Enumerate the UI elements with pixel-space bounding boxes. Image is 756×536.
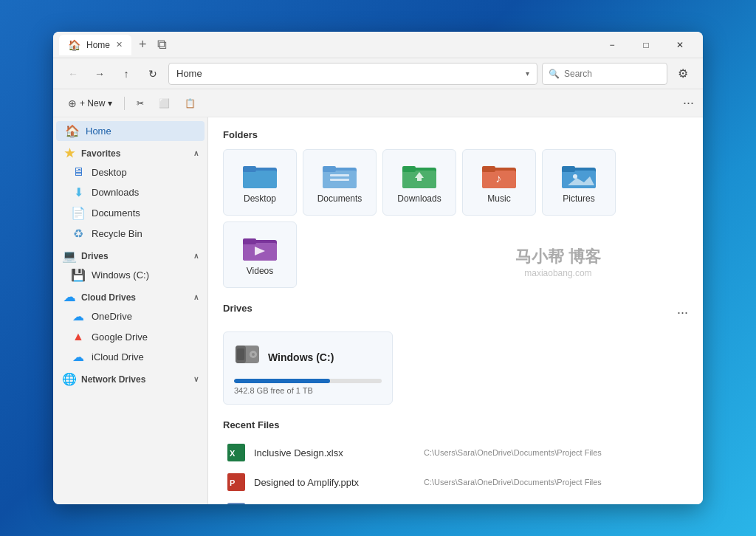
address-dropdown-icon[interactable]: ▾ — [526, 69, 529, 78]
folder-card-desktop[interactable]: Desktop — [223, 149, 297, 216]
folder-card-videos[interactable]: Videos — [223, 221, 297, 288]
settings-button[interactable]: ⚙ — [672, 63, 694, 85]
svg-rect-35 — [227, 503, 245, 504]
svg-rect-15 — [482, 166, 495, 172]
svg-rect-10 — [402, 166, 416, 172]
paste-icon: 📋 — [185, 98, 196, 109]
svg-text:X: X — [230, 449, 236, 458]
sidebar-section-network[interactable]: 🌐 Network Drives ∨ — [53, 368, 207, 388]
sidebar-item-desktop[interactable]: 🖥 Desktop — [56, 162, 205, 182]
new-icon: ⊕ — [68, 97, 77, 109]
more-options-button[interactable]: ··· — [683, 95, 694, 111]
drive-name: Windows (C:) — [268, 351, 334, 363]
desktop-icon: 🖥 — [71, 165, 86, 179]
cut-button[interactable]: ✂ — [131, 93, 150, 114]
drive-free-space: 342.8 GB free of 1 TB — [234, 386, 382, 395]
watermark-en-text: maxiaobang.com — [515, 268, 601, 278]
file-explorer-window: 🏠 Home ✕ + ⧉ − □ ✕ ← → ↑ ↻ Home ▾ 🔍 ⚙ — [53, 32, 703, 504]
network-drives-label: Network Drives — [81, 374, 145, 385]
sidebar-onedrive-label: OneDrive — [92, 311, 132, 322]
folder-downloads-label: Downloads — [397, 193, 441, 204]
watermark: 马小帮 博客 maxiaobang.com — [515, 246, 601, 278]
sidebar-item-onedrive[interactable]: ☁ OneDrive — [56, 306, 205, 326]
recent-file-name-1: Designed to Amplify.pptx — [254, 477, 416, 488]
paste-button[interactable]: 📋 — [179, 93, 202, 114]
svg-rect-7 — [330, 179, 349, 181]
gdrive-icon: ▲ — [71, 330, 86, 343]
recent-item-0[interactable]: X Inclusive Design.xlsx C:\Users\Sara\On… — [223, 438, 688, 467]
new-label: + New — [80, 98, 105, 109]
icloud-icon: ☁ — [71, 350, 86, 364]
drives-section-header: Drives — [223, 303, 252, 314]
onedrive-icon: ☁ — [71, 309, 86, 323]
sidebar-item-gdrive[interactable]: ▲ Google Drive — [56, 327, 205, 346]
sidebar-item-recycle-bin[interactable]: ♻ Recycle Bin — [56, 224, 205, 244]
new-tab-button[interactable]: + — [136, 37, 150, 52]
folder-card-documents[interactable]: Documents — [303, 149, 377, 216]
svg-rect-1 — [243, 171, 277, 188]
recent-item-2[interactable]: IMG IMG_1412.jpg C:\Users\Sara\OneDrive\… — [223, 497, 688, 504]
tab-close-button[interactable]: ✕ — [116, 40, 123, 49]
sidebar-item-downloads[interactable]: ⬇ Downloads — [56, 182, 205, 202]
cloud-drives-label: Cloud Drives — [81, 292, 136, 303]
folder-card-music[interactable]: ♪ Music — [462, 149, 536, 216]
tab-home-icon: 🏠 — [68, 39, 80, 51]
recent-files-header: Recent Files — [223, 419, 688, 430]
sidebar-item-home[interactable]: 🏠 Home — [56, 121, 205, 141]
search-input[interactable] — [564, 69, 675, 79]
tab-label: Home — [86, 40, 110, 50]
recent-item-1[interactable]: P Designed to Amplify.pptx C:\Users\Sara… — [223, 467, 688, 497]
network-drives-icon: 🌐 — [62, 372, 77, 386]
svg-rect-24 — [243, 238, 256, 244]
search-box[interactable]: 🔍 — [542, 63, 667, 85]
sidebar-section-cloud[interactable]: ☁ Cloud Drives ∧ — [53, 286, 207, 306]
folder-desktop-label: Desktop — [244, 193, 276, 204]
svg-point-30 — [252, 353, 255, 356]
folder-desktop-icon — [242, 161, 278, 189]
folder-card-downloads[interactable]: Downloads — [382, 149, 456, 216]
sidebar-recycle-label: Recycle Bin — [92, 228, 142, 239]
address-bar[interactable]: Home ▾ — [168, 63, 537, 85]
pptx-icon: P — [226, 472, 247, 492]
drive-hdd-icon — [234, 341, 261, 373]
up-button[interactable]: ↑ — [115, 63, 137, 85]
svg-rect-2 — [243, 166, 256, 172]
minimize-button[interactable]: − — [595, 34, 629, 56]
sidebar: 🏠 Home ★ Favorites ∧ 🖥 Desktop ⬇ Downloa… — [53, 117, 208, 504]
folder-documents-label: Documents — [317, 193, 362, 204]
new-button[interactable]: ⊕ + New ▾ — [62, 93, 118, 114]
folder-music-label: Music — [487, 193, 510, 204]
sidebar-item-documents[interactable]: 📄 Documents — [56, 203, 205, 223]
sidebar-item-windows-c[interactable]: 💾 Windows (C:) — [56, 265, 205, 285]
tab-list-button[interactable]: ⧉ — [154, 37, 170, 52]
back-button[interactable]: ← — [62, 63, 84, 85]
favorites-label: Favorites — [81, 148, 120, 159]
recent-files-section: Recent Files X Inclusive Design.xlsx C:\… — [223, 419, 688, 504]
new-dropdown-icon: ▾ — [108, 98, 112, 109]
close-button[interactable]: ✕ — [663, 34, 697, 56]
xlsx-icon: X — [226, 442, 247, 463]
address-text: Home — [176, 68, 526, 79]
drives-more-options-button[interactable]: ··· — [677, 305, 688, 320]
sidebar-downloads-label: Downloads — [92, 187, 139, 198]
title-bar: 🏠 Home ✕ + ⧉ − □ ✕ — [53, 32, 703, 58]
browser-tab[interactable]: 🏠 Home ✕ — [59, 35, 131, 55]
drives-section-icon: 💻 — [62, 249, 77, 263]
sidebar-windows-c-label: Windows (C:) — [92, 269, 149, 281]
recent-file-path-1: C:\Users\Sara\OneDrive\Documents\Project… — [424, 478, 602, 487]
main-area: 🏠 Home ★ Favorites ∧ 🖥 Desktop ⬇ Downloa… — [53, 117, 703, 504]
network-chevron: ∨ — [193, 375, 199, 383]
forward-button[interactable]: → — [89, 63, 111, 85]
refresh-button[interactable]: ↻ — [142, 63, 164, 85]
drive-card-windows-c[interactable]: Windows (C:) 342.8 GB free of 1 TB — [223, 331, 393, 405]
sidebar-section-drives[interactable]: 💻 Drives ∧ — [53, 244, 207, 264]
sidebar-section-favorites[interactable]: ★ Favorites ∧ — [53, 142, 207, 162]
copy-button[interactable]: ⬜ — [153, 93, 176, 114]
documents-icon: 📄 — [71, 206, 86, 220]
folder-card-pictures[interactable]: Pictures — [542, 149, 616, 216]
folder-videos-label: Videos — [247, 266, 273, 276]
svg-text:P: P — [230, 478, 235, 487]
jpg-icon: IMG — [226, 501, 247, 504]
maximize-button[interactable]: □ — [629, 34, 663, 56]
sidebar-item-icloud[interactable]: ☁ iCloud Drive — [56, 347, 205, 367]
